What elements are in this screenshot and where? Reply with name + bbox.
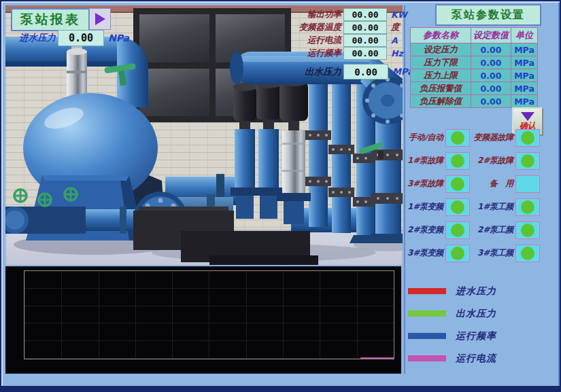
led <box>451 224 464 237</box>
table-row: 设定压力 0.00 MPa <box>411 43 538 56</box>
indicator-row: 3#泵故障 备 用 <box>403 175 558 193</box>
indicator-row: 手动/自动 变频器故障 <box>403 128 558 147</box>
legend-label: 出水压力 <box>456 308 496 320</box>
status-indicator-grid: 手动/自动 变频器故障 1#泵故障 2#泵故障 3#泵故障 备 用 1#泵变频 … <box>403 128 558 267</box>
param-value-field[interactable]: 0.00 <box>471 56 511 69</box>
inlet-pressure-label: 进水压力 <box>7 32 56 44</box>
param-value-field[interactable]: 0.00 <box>471 69 511 82</box>
chart-legend: 进水压力 出水压力 运行频率 运行电流 <box>408 280 496 370</box>
param-name: 负压报警值 <box>411 82 471 95</box>
table-row: 负压解除值 0.00 MPa <box>411 95 538 108</box>
indicator-label: 变频器故障 <box>473 132 513 143</box>
led <box>451 131 464 145</box>
param-unit: MPa <box>511 69 538 82</box>
pump-station-hmi-screen: { "report_button": { "label": "泵站报表" }, … <box>0 0 561 392</box>
metric-label: 运行频率 <box>286 48 341 59</box>
panel-divider <box>404 5 405 374</box>
trend-chart <box>5 266 401 374</box>
indicator-label: 手动/自动 <box>403 132 443 143</box>
outlet-pressure-label: 出水压力 <box>286 66 341 78</box>
outlet-pressure-swatch <box>408 310 446 317</box>
led <box>521 200 534 214</box>
col-header-value: 设定数值 <box>471 28 511 43</box>
param-name: 设定压力 <box>411 43 471 56</box>
param-unit: MPa <box>511 56 538 69</box>
vertical-pump-3 <box>277 77 311 224</box>
pump3-fault-lamp <box>445 175 470 193</box>
indicator-label: 2#泵故障 <box>473 155 513 166</box>
running-current-trace <box>360 357 394 359</box>
settings-panel-title: 泵站参数设置 <box>435 4 541 26</box>
led <box>521 224 534 237</box>
table-row: 压力上限 0.00 MPa <box>411 69 538 82</box>
window-frame-bottom <box>1 386 560 391</box>
param-unit: MPa <box>511 82 538 95</box>
indicator-label: 3#泵工频 <box>473 247 513 259</box>
parameter-table: 参数名称 设定数值 单位 设定压力 0.00 MPa 压力下限 0.00 MPa… <box>410 27 538 108</box>
table-row: 压力下限 0.00 MPa <box>411 56 538 69</box>
col-header-name: 参数名称 <box>411 28 471 43</box>
param-value-field[interactable]: 0.00 <box>471 95 511 108</box>
outlet-pressure-readout: 出水压力 0.00 MPa <box>286 64 413 79</box>
pump2-vfd-lamp <box>445 221 470 239</box>
metric-value: 00.00 <box>343 47 387 60</box>
metric-value: 00.00 <box>343 8 387 21</box>
report-button[interactable]: 泵站报表 <box>11 8 90 31</box>
output-power-readout: 输出功率 00.00 KW <box>286 8 407 21</box>
running-current-swatch <box>408 355 446 361</box>
metric-readouts: 输出功率 00.00 KW 变频器温度 00.00 度 运行电流 00.00 A… <box>286 8 407 60</box>
inverter-temperature-readout: 变频器温度 00.00 度 <box>286 21 407 34</box>
led <box>521 131 534 145</box>
pump2-mains-lamp <box>515 221 540 239</box>
led <box>451 177 464 191</box>
legend-item: 出水压力 <box>408 302 496 325</box>
legend-label: 运行频率 <box>456 330 496 342</box>
outlet-pressure-value: 0.00 <box>343 64 388 79</box>
pump1-mains-lamp <box>515 198 540 216</box>
indicator-label: 备 用 <box>473 178 513 190</box>
indicator-row: 1#泵故障 2#泵故障 <box>403 152 558 170</box>
led <box>451 200 464 214</box>
settings-panel-title-text: 泵站参数设置 <box>452 8 525 22</box>
led <box>521 247 534 260</box>
metric-value: 00.00 <box>343 21 387 34</box>
param-value-field[interactable]: 0.00 <box>471 43 511 56</box>
indicator-row: 3#泵变频 3#泵工频 <box>403 244 558 262</box>
param-value-field[interactable]: 0.00 <box>471 82 511 95</box>
col-header-unit: 单位 <box>511 28 538 43</box>
table-header-row: 参数名称 设定数值 单位 <box>411 28 538 43</box>
metric-value: 00.00 <box>343 34 387 47</box>
metric-label: 运行电流 <box>286 35 341 46</box>
play-triangle-icon <box>95 13 105 25</box>
pump1-vfd-lamp <box>445 198 470 216</box>
inlet-pressure-value: 0.00 <box>58 30 104 46</box>
running-frequency-readout: 运行频率 00.00 Hz <box>286 47 407 60</box>
indicator-label: 1#泵变频 <box>403 201 443 213</box>
led <box>451 154 464 168</box>
indicator-label: 3#泵故障 <box>403 178 443 190</box>
indicator-label: 2#泵工频 <box>473 224 513 236</box>
legend-item: 运行电流 <box>408 347 496 370</box>
indicator-label: 1#泵工频 <box>473 201 513 213</box>
indicator-label: 2#泵变频 <box>403 224 443 236</box>
metric-label: 输出功率 <box>286 9 341 20</box>
trend-plot-area <box>24 270 394 359</box>
param-unit: MPa <box>511 43 538 56</box>
running-frequency-swatch <box>408 333 446 339</box>
led <box>521 154 534 168</box>
pump3-vfd-lamp <box>445 245 470 262</box>
legend-label: 运行电流 <box>456 353 496 365</box>
table-row: 负压报警值 0.00 MPa <box>411 82 538 95</box>
manual-auto-lamp <box>445 129 470 147</box>
metric-unit: 度 <box>391 22 400 33</box>
report-nav-button[interactable] <box>89 8 111 30</box>
legend-item: 运行频率 <box>408 325 496 347</box>
indicator-row: 2#泵变频 2#泵工频 <box>403 221 558 239</box>
legend-label: 进水压力 <box>456 285 496 298</box>
running-current-readout: 运行电流 00.00 A <box>286 34 407 47</box>
param-name: 压力上限 <box>411 69 471 82</box>
metric-label: 变频器温度 <box>286 22 341 33</box>
report-button-label: 泵站报表 <box>20 11 80 29</box>
metric-unit: Hz <box>391 48 403 58</box>
pump3-mains-lamp <box>515 245 540 262</box>
